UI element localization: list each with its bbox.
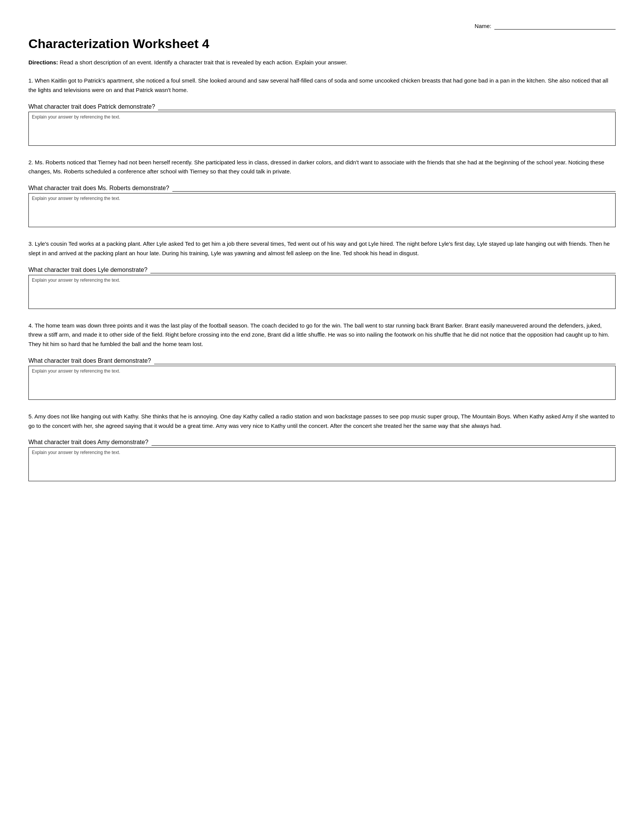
question-text-2: What character trait does Ms. Roberts de…: [28, 185, 169, 191]
story-number-2: 2.: [28, 159, 33, 166]
story-1: 1. When Kaitlin got to Patrick's apartme…: [28, 76, 616, 95]
name-label: Name:: [475, 23, 491, 29]
answer-line-3: [150, 265, 616, 273]
explain-box-1[interactable]: Explain your answer by referencing the t…: [28, 112, 616, 146]
story-body-2: Ms. Roberts noticed that Tierney had not…: [28, 159, 604, 175]
question-line-4: What character trait does Brant demonstr…: [28, 356, 616, 364]
answer-line-5: [151, 437, 616, 445]
question-text-5: What character trait does Amy demonstrat…: [28, 439, 148, 445]
question-line-3: What character trait does Lyle demonstra…: [28, 265, 616, 273]
question-block-1: 1. When Kaitlin got to Patrick's apartme…: [28, 76, 616, 146]
story-2: 2. Ms. Roberts noticed that Tierney had …: [28, 158, 616, 177]
page-title: Characterization Worksheet 4: [28, 36, 616, 51]
question-line-1: What character trait does Patrick demons…: [28, 102, 616, 110]
story-number-5: 5.: [28, 413, 33, 420]
page: Name: Characterization Worksheet 4 Direc…: [28, 0, 616, 516]
name-underline: [494, 23, 616, 29]
question-block-2: 2. Ms. Roberts noticed that Tierney had …: [28, 158, 616, 228]
question-block-4: 4. The home team was down three points a…: [28, 321, 616, 400]
directions: Directions: Read a short description of …: [28, 58, 616, 67]
explain-hint-4: Explain your answer by referencing the t…: [32, 368, 120, 374]
explain-box-2[interactable]: Explain your answer by referencing the t…: [28, 193, 616, 227]
explain-box-5[interactable]: Explain your answer by referencing the t…: [28, 447, 616, 481]
story-4: 4. The home team was down three points a…: [28, 321, 616, 349]
question-text-1: What character trait does Patrick demons…: [28, 103, 155, 110]
question-line-2: What character trait does Ms. Roberts de…: [28, 183, 616, 191]
story-body-3: Lyle's cousin Ted works at a packing pla…: [28, 240, 610, 256]
explain-hint-2: Explain your answer by referencing the t…: [32, 196, 120, 201]
directions-label: Directions:: [28, 59, 58, 66]
story-5: 5. Amy does not like hanging out with Ka…: [28, 412, 616, 431]
answer-line-2: [172, 183, 616, 191]
explain-hint-3: Explain your answer by referencing the t…: [32, 278, 120, 283]
explain-hint-1: Explain your answer by referencing the t…: [32, 114, 120, 120]
question-block-3: 3. Lyle's cousin Ted works at a packing …: [28, 239, 616, 309]
story-number-3: 3.: [28, 240, 33, 247]
explain-hint-5: Explain your answer by referencing the t…: [32, 450, 120, 455]
question-block-5: 5. Amy does not like hanging out with Ka…: [28, 412, 616, 482]
story-number-1: 1.: [28, 77, 33, 84]
story-3: 3. Lyle's cousin Ted works at a packing …: [28, 239, 616, 258]
name-row: Name:: [28, 23, 616, 29]
answer-line-4: [154, 356, 616, 364]
explain-box-4[interactable]: Explain your answer by referencing the t…: [28, 366, 616, 400]
question-text-3: What character trait does Lyle demonstra…: [28, 267, 147, 273]
answer-line-1: [158, 102, 616, 110]
directions-text: Read a short description of an event. Id…: [58, 59, 348, 66]
story-body-1: When Kaitlin got to Patrick's apartment,…: [28, 77, 608, 93]
question-line-5: What character trait does Amy demonstrat…: [28, 437, 616, 445]
explain-box-3[interactable]: Explain your answer by referencing the t…: [28, 275, 616, 309]
story-body-5: Amy does not like hanging out with Kathy…: [28, 413, 615, 429]
question-text-4: What character trait does Brant demonstr…: [28, 357, 151, 364]
story-number-4: 4.: [28, 322, 33, 329]
story-body-4: The home team was down three points and …: [28, 322, 609, 347]
